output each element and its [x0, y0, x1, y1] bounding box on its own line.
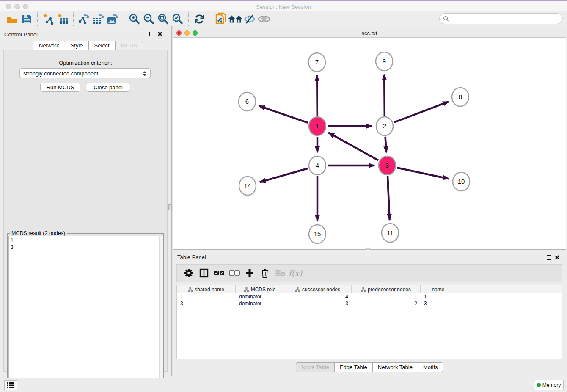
titlebar: Session: New Session — [0, 1, 567, 11]
export-network-icon[interactable] — [77, 13, 91, 25]
horizontal-splitter-handle[interactable] — [366, 248, 370, 250]
save-icon[interactable] — [19, 13, 34, 25]
table-toolbar: f(x) — [176, 264, 562, 282]
node-11[interactable]: 11 — [382, 224, 399, 242]
mcds-result-text[interactable]: 13 — [8, 236, 163, 392]
tab-mcds[interactable]: MCDS — [115, 41, 143, 50]
close-panel-icon[interactable] — [157, 31, 162, 36]
export-table-icon[interactable] — [91, 13, 106, 25]
column-header-MCDS-role[interactable]: MCDS role — [236, 285, 284, 293]
cell-name[interactable]: 3 — [421, 300, 456, 307]
memory-button[interactable]: Memory — [534, 380, 564, 390]
export-image-icon[interactable] — [106, 13, 120, 25]
cell-shared-name[interactable]: 3 — [177, 300, 236, 307]
tab-style[interactable]: Style — [65, 41, 89, 50]
control-panel-header: Control Panel — [3, 30, 168, 39]
control-panel: Control Panel NetworkStyleSelectMCDS Opt… — [0, 26, 171, 376]
criterion-dropdown[interactable]: strongly connected component — [19, 68, 151, 78]
network-canvas[interactable]: 1234678910111415 — [173, 38, 566, 249]
close-panel-button[interactable]: Close panel — [86, 83, 130, 92]
edge-3-11[interactable] — [388, 176, 390, 220]
node-9[interactable]: 9 — [376, 52, 393, 71]
table-row[interactable]: 1dominator411 — [177, 293, 562, 300]
zoom-fit-icon[interactable] — [156, 13, 171, 25]
refresh-icon[interactable] — [192, 13, 206, 25]
node-1[interactable]: 1 — [309, 117, 326, 135]
window-title: Session: New Session — [0, 4, 567, 10]
control-panel-tabs: NetworkStyleSelectMCDS — [33, 41, 143, 50]
cell-MCDS-role[interactable]: dominator — [236, 293, 284, 300]
search-input[interactable] — [449, 14, 562, 23]
columns-icon[interactable] — [196, 267, 212, 279]
cell-MCDS-role[interactable]: dominator — [236, 300, 284, 307]
zoom-in-icon[interactable] — [127, 13, 142, 25]
tab-motifs[interactable]: Motifs — [418, 362, 443, 372]
column-header-predecessor-nodes[interactable]: predecessor nodes — [352, 285, 421, 293]
edge-2-8[interactable] — [394, 102, 449, 122]
import-table-icon[interactable] — [55, 13, 70, 25]
select-all-icon[interactable] — [212, 267, 227, 279]
tab-node-table[interactable]: Node Table — [296, 362, 335, 372]
svg-text:11: 11 — [387, 229, 394, 236]
cell-predecessor-nodes[interactable]: 1 — [352, 293, 421, 300]
task-history-button[interactable] — [4, 380, 17, 390]
tab-edge-table[interactable]: Edge Table — [334, 362, 373, 372]
run-mcds-button[interactable]: Run MCDS — [40, 83, 80, 92]
network-file-icon[interactable] — [214, 13, 228, 25]
delete-icon[interactable] — [257, 267, 272, 279]
node-table[interactable]: shared nameMCDS rolesuccessor nodesprede… — [176, 285, 562, 359]
cell-shared-name[interactable]: 1 — [177, 293, 236, 300]
node-10[interactable]: 10 — [453, 172, 470, 191]
add-icon[interactable] — [242, 267, 257, 279]
edge-2-3[interactable] — [385, 137, 387, 152]
hide-panels-icon[interactable] — [242, 13, 257, 25]
edge-3-1[interactable] — [328, 133, 378, 160]
home-icon[interactable] — [228, 13, 242, 25]
tab-network[interactable]: Network — [33, 41, 65, 50]
cell-successor-nodes[interactable]: 4 — [284, 293, 352, 300]
column-header-name[interactable]: name — [421, 285, 456, 293]
toolbar-search[interactable] — [439, 13, 563, 24]
close-panel-icon[interactable] — [555, 255, 560, 260]
main-toolbar — [0, 11, 567, 26]
edge-4-14[interactable] — [260, 168, 308, 182]
mcds-result-line: 1 — [11, 237, 161, 244]
node-3[interactable]: 3 — [379, 156, 396, 175]
open-folder-icon[interactable] — [5, 13, 19, 25]
float-panel-icon[interactable] — [149, 32, 154, 36]
node-6[interactable]: 6 — [239, 92, 256, 111]
vertical-splitter-handle[interactable] — [168, 204, 172, 210]
deselect-all-icon[interactable] — [227, 267, 242, 279]
svg-text:3: 3 — [385, 162, 389, 169]
edge-2-9[interactable] — [384, 75, 385, 116]
float-panel-icon[interactable] — [547, 255, 551, 260]
node-2[interactable]: 2 — [376, 117, 393, 135]
import-network-icon[interactable] — [41, 13, 55, 25]
zoom-selected-icon[interactable] — [171, 13, 185, 25]
node-8[interactable]: 8 — [452, 88, 469, 106]
dropdown-stepper-icon — [142, 70, 147, 77]
node-15[interactable]: 15 — [309, 225, 326, 243]
criterion-value: strongly connected component — [23, 70, 98, 77]
result-scrollbar[interactable] — [159, 236, 163, 392]
edge-3-10[interactable] — [397, 168, 449, 179]
edge-1-6[interactable] — [259, 106, 308, 123]
column-header-successor-nodes[interactable]: successor nodes — [284, 285, 352, 293]
zoom-out-icon[interactable] — [142, 13, 156, 25]
node-14[interactable]: 14 — [239, 177, 256, 195]
node-4[interactable]: 4 — [309, 156, 326, 175]
table-row[interactable]: 3dominator323 — [177, 300, 562, 307]
cell-name[interactable]: 1 — [421, 293, 456, 300]
tab-select[interactable]: Select — [88, 41, 116, 50]
column-header-shared-name[interactable]: shared name — [177, 285, 236, 293]
cell-predecessor-nodes[interactable]: 2 — [352, 300, 421, 307]
memory-label: Memory — [542, 382, 561, 388]
tab-network-table[interactable]: Network Table — [372, 362, 418, 372]
mcds-result-title: MCDS result (2 nodes) — [10, 230, 67, 236]
settings-gear-icon[interactable] — [181, 267, 196, 279]
node-7[interactable]: 7 — [308, 53, 325, 72]
mcds-result-box: MCDS result (2 nodes) 13 — [7, 233, 164, 392]
edge-1-7[interactable] — [317, 75, 317, 116]
tree-icon — [244, 287, 249, 292]
cell-successor-nodes[interactable]: 3 — [284, 300, 352, 307]
